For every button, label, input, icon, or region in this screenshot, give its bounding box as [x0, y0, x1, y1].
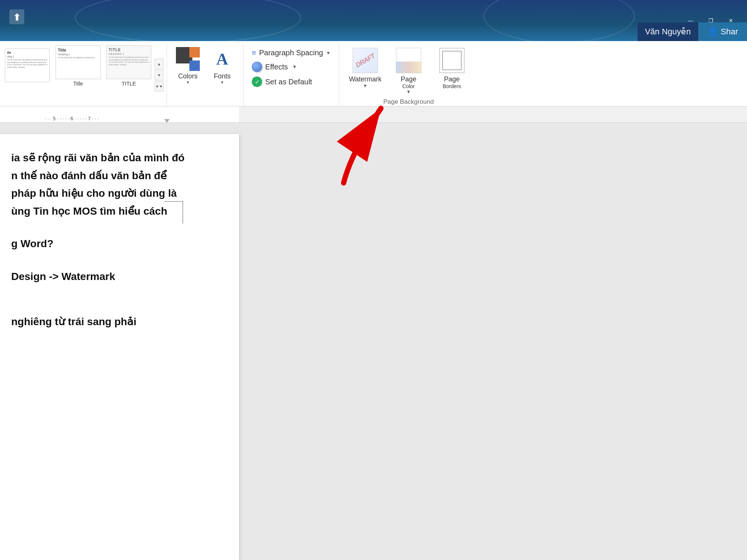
svg-text:⬆: ⬆	[13, 12, 21, 22]
effects-icon	[252, 62, 262, 72]
effects-button[interactable]: Effects ▼	[249, 60, 333, 74]
effects-arrow: ▼	[292, 64, 297, 69]
page-borders-icon	[438, 47, 465, 74]
theme2-title: Title	[58, 48, 98, 52]
text-cursor	[164, 201, 183, 224]
text-line-1: ia sẽ rộng rãi văn bản của mình đó	[11, 149, 228, 167]
theme-items: tle ding 1 On the Insert tab, the galler…	[3, 44, 153, 88]
swatch-orange	[189, 47, 200, 57]
fonts-icon: A	[210, 47, 234, 71]
watermark-button[interactable]: DRAFT Watermark ▼	[347, 46, 384, 90]
share-label: Shar	[721, 27, 738, 37]
checkmark-icon: ✓	[252, 77, 262, 87]
fonts-label: Fonts	[214, 72, 230, 80]
effects-label: Effects	[265, 63, 288, 71]
ruler-inner: · · · 5 · · · · · 6 · · · · · 7 · · ·	[0, 106, 239, 123]
scroll-up-button[interactable]: ▲	[155, 59, 164, 69]
colors-swatch	[176, 47, 200, 71]
page-color-icon-img	[396, 48, 421, 73]
gallery-scroll: ▲ ▼ ▼▼	[155, 44, 164, 106]
theme-preview-1: tle ding 1 On the Insert tab, the galler…	[5, 49, 50, 82]
theme-item-3[interactable]: TITLE HEADING 1 On the Insert tab, the g…	[105, 44, 153, 88]
text-line-3: pháp hữu hiệu cho người dùng là	[11, 184, 228, 202]
user-area: Văn Nguyễn 👤 Shar	[638, 22, 747, 41]
page-background-section: DRAFT Watermark ▼ Page Color ▼	[339, 44, 478, 106]
page-text-block-3: Design -> Watermark	[11, 268, 228, 286]
ruler: · · · 5 · · · · · 6 · · · · · 7 · · ·	[0, 106, 747, 123]
page-borders-sublabel: Borders	[443, 83, 461, 89]
restore-icon-area: ⬆	[7, 7, 26, 28]
document-formatting-section: Colors ▼ A Fonts ▼	[167, 44, 244, 106]
paragraph-section: ≡ Paragraph Spacing ▼ Effects ▼ ✓ Set as…	[244, 44, 339, 106]
fonts-dropdown-arrow: ▼	[220, 80, 224, 84]
page[interactable]: ia sẽ rộng rãi văn bản của mình đó n thế…	[0, 134, 239, 560]
title-bar: — ❐ ✕	[0, 0, 747, 41]
title-bar-background	[0, 0, 747, 41]
share-button[interactable]: 👤 Shar	[698, 22, 747, 41]
page-color-label: Page	[401, 75, 416, 83]
text-line-4: ùng Tin học MOS tìm hiểu cách	[11, 202, 228, 220]
theme3-label: TITLE	[122, 81, 136, 87]
ruler-mark-5: · · · 5 · · · · · 6 · · · · · 7 · · ·	[45, 116, 99, 121]
word-app-icon: ⬆	[7, 7, 26, 26]
page-borders-label: Page	[444, 75, 460, 83]
themes-section: tle ding 1 On the Insert tab, the galler…	[0, 44, 167, 106]
page-text-block-2: g Word?	[11, 235, 228, 253]
theme2-label: Title	[73, 81, 83, 87]
set-default-button[interactable]: ✓ Set as Default	[249, 75, 333, 88]
doc-format-items: Colors ▼ A Fonts ▼	[173, 47, 237, 84]
page-color-gradient	[396, 62, 421, 73]
paragraph-spacing-arrow: ▼	[326, 50, 331, 56]
page-color-arrow: ▼	[406, 89, 411, 94]
watermark-icon: DRAFT	[352, 47, 379, 74]
theme3-subtitle: HEADING 1	[109, 53, 149, 55]
colors-button[interactable]: Colors ▼	[173, 47, 203, 84]
ruler-triangle	[164, 119, 170, 123]
watermark-icon-img: DRAFT	[353, 48, 378, 73]
document-area: ia sẽ rộng rãi văn bản của mình đó n thế…	[0, 123, 747, 560]
page-borders-icon-img	[439, 48, 465, 73]
paragraph-spacing-label: Paragraph Spacing	[259, 49, 323, 57]
page-content: ia sẽ rộng rãi văn bản của mình đó n thế…	[0, 134, 239, 339]
text-line-6: Design -> Watermark	[11, 268, 228, 286]
page-color-button[interactable]: Page Color ▼	[390, 46, 427, 96]
theme3-title: TITLE	[109, 48, 149, 52]
swatch-blue	[189, 60, 200, 71]
text-line-5: g Word?	[11, 235, 228, 253]
paragraph-spacing-button[interactable]: ≡ Paragraph Spacing ▼	[249, 47, 333, 59]
scroll-down-button[interactable]: ▼	[155, 70, 164, 80]
theme-preview-2: Title Heading 1 On the Insert tab, the g…	[56, 46, 100, 79]
page-background-section-label: Page Background	[347, 98, 471, 106]
watermark-arrow: ▼	[363, 83, 368, 88]
watermark-inner: DRAFT	[354, 52, 376, 69]
theme-item-1[interactable]: tle ding 1 On the Insert tab, the galler…	[3, 47, 52, 85]
theme-gallery: tle ding 1 On the Insert tab, the galler…	[3, 44, 153, 106]
page-text-block-1: ia sẽ rộng rãi văn bản của mình đó n thế…	[11, 149, 228, 220]
ribbon: tle ding 1 On the Insert tab, the galler…	[0, 41, 747, 106]
watermark-label: Watermark	[349, 75, 381, 83]
text-line-7: nghiêng từ trái sang phải	[11, 315, 228, 328]
colors-label: Colors	[178, 72, 198, 80]
theme2-subtitle: Heading 1	[58, 53, 98, 56]
theme-item-2[interactable]: Title Heading 1 On the Insert tab, the g…	[54, 44, 102, 88]
page-borders-button[interactable]: Page Borders	[433, 46, 471, 91]
theme2-preview-text: On the Insert tab, the galleries include…	[58, 56, 98, 59]
paragraph-spacing-icon: ≡	[252, 49, 256, 57]
page-color-sublabel: Color	[402, 83, 415, 89]
page-text-block-4: nghiêng từ trái sang phải	[11, 315, 228, 328]
set-default-label: Set as Default	[265, 78, 312, 86]
share-icon: 👤	[708, 27, 718, 37]
scroll-more-button[interactable]: ▼▼	[155, 81, 164, 91]
theme-preview-3: TITLE HEADING 1 On the Insert tab, the g…	[106, 46, 151, 79]
page-borders-inner	[442, 51, 462, 70]
text-line-2: n thế nào đánh dấu văn bản để	[11, 167, 228, 185]
page-color-icon	[395, 47, 422, 74]
user-name: Văn Nguyễn	[638, 27, 698, 37]
colors-dropdown-arrow: ▼	[186, 80, 190, 84]
fonts-button[interactable]: A Fonts ▼	[207, 47, 237, 84]
page-bg-buttons: DRAFT Watermark ▼ Page Color ▼	[347, 46, 471, 96]
